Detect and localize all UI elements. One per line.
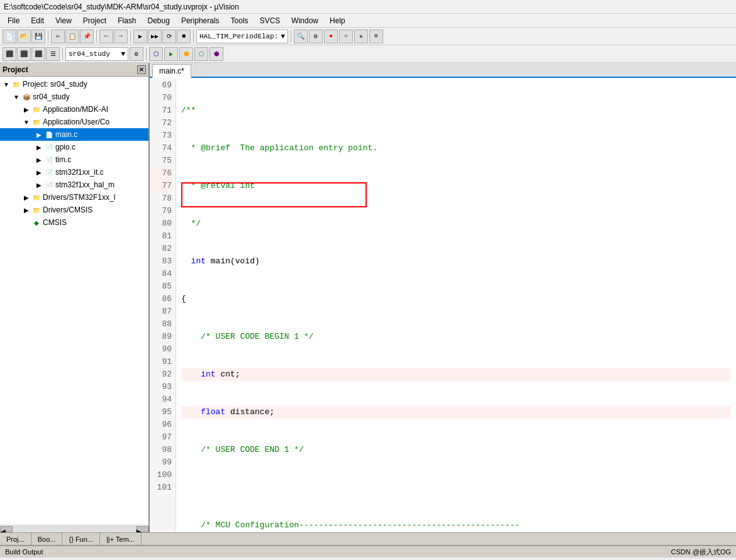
ln-89: 89 [150,331,172,343]
tree-item-sr04[interactable]: ▼ 📦 sr04_study [0,91,148,103]
bottom-tab-boo[interactable]: Boo... [31,533,63,545]
ln-78: 78 [150,192,172,205]
tree-item-label: Application/MDK-AI [43,105,108,114]
tb2-btn1[interactable]: ⬛ [3,47,16,61]
menu-item-edit[interactable]: Edit [26,15,49,26]
menu-item-debug[interactable]: Debug [143,15,175,26]
tree-item-cmsis[interactable]: ◆ CMSIS [0,216,148,229]
ln-94: 94 [150,393,172,406]
toolbar2: ⬛ ⬛ ⬛ ☰ sr04_study ▼ ⚙ ⬡ ▶ ⬟ ⬠ ⬢ [0,45,736,63]
tb2-build2[interactable]: ▶ [164,47,178,61]
bottom-tab-tem[interactable]: ||+ Tem... [100,533,142,545]
ln-97: 97 [150,431,172,444]
tb2-btn2[interactable]: ⬛ [17,47,31,61]
tb2-build3[interactable]: ⬟ [179,47,193,61]
build-btn2[interactable]: ▶▶ [148,30,162,43]
ln-81: 81 [150,230,172,243]
project-panel-header: Project ✕ [0,63,148,77]
search-btn[interactable]: 🔍 [294,30,308,43]
ln-101: 101 [150,481,172,494]
ln-99: 99 [150,456,172,469]
open-btn[interactable]: 📂 [17,30,31,43]
menu-item-project[interactable]: Project [78,15,111,26]
menu-item-file[interactable]: File [3,15,25,26]
scroll-right[interactable]: ▶ [136,526,148,532]
save-btn[interactable]: 💾 [31,30,45,43]
new-file-btn[interactable]: 📄 [3,30,16,43]
breakpoint-btn[interactable]: ● [324,30,338,43]
status-bar: Build Output CSDN @嵌入式OG [0,545,736,557]
tab-bar: main.c* [150,63,736,78]
function-dropdown-value: HAL_TIM_PeriodElap: [199,33,278,40]
menu-item-flash[interactable]: Flash [113,15,141,26]
ln-86: 86 [150,293,172,305]
tb2-btn3[interactable]: ⬛ [31,47,45,61]
expand-icon: ▶ [34,144,44,151]
tree-item-root[interactable]: ▼ 📁 Project: sr04_study [0,78,148,91]
bottom-tab-proj[interactable]: Proj... [0,533,31,545]
tb2-build1[interactable]: ⬡ [149,47,163,61]
menu-item-window[interactable]: Window [286,15,323,26]
tree-item-gpioc[interactable]: ▶ 📄 gpio.c [0,141,148,153]
debug-btn[interactable]: ⚙ [309,30,323,43]
tb2-build5[interactable]: ⬢ [209,47,223,61]
tb2-build4[interactable]: ⬠ [194,47,208,61]
tree-item-it[interactable]: ▶ 📄 stm32f1xx_it.c [0,166,148,178]
more-btn[interactable]: ≡ [369,30,383,43]
paste-btn[interactable]: 📌 [80,30,94,43]
tab-mainc[interactable]: main.c* [152,64,191,78]
code-content: 69 70 71 72 73 74 75 76 77 78 79 80 81 8… [150,78,736,532]
menu-item-help[interactable]: Help [325,15,350,26]
build-btn4[interactable]: ■ [177,30,191,43]
ln-93: 93 [150,381,172,393]
menu-item-tools[interactable]: Tools [226,15,254,26]
cut-btn[interactable]: ✂ [51,30,65,43]
tree-item-user[interactable]: ▼ 📁 Application/User/Co [0,116,148,128]
function-dropdown[interactable]: HAL_TIM_PeriodElap: ▼ [196,30,288,43]
project-tree: ▼ 📁 Project: sr04_study ▼ 📦 sr04_study ▶… [0,77,148,525]
status-right: CSDN @嵌入式OG [671,547,731,557]
tree-item-mainc[interactable]: ▶ 📄 main.c [0,128,148,141]
tb2-btn4[interactable]: ☰ [46,47,60,61]
title-text: E:\softcode\Ccode\sr04_study\MDK-ARM\sr0… [4,3,239,11]
toolbar-group2: ⬛ ⬛ ⬛ ☰ [3,47,60,61]
panel-close-btn[interactable]: ✕ [137,65,146,74]
back-btn[interactable]: ← [99,30,113,43]
tree-item-label: CMSIS [43,218,67,227]
folder-icon: 📁 [31,118,42,126]
copy-btn[interactable]: 📋 [65,30,79,43]
toolbar1: 📄 📂 💾 ✂ 📋 📌 ← → ▶ ▶▶ ⟳ ■ HAL_TIM_PeriodE… [0,28,736,45]
tree-item-label: gpio.c [55,143,75,151]
code-text[interactable]: /** * @brief The application entry point… [176,78,736,532]
tb2-settings-btn[interactable]: ⚙ [130,47,143,61]
delete-btn[interactable]: ✕ [354,30,368,43]
stop-btn[interactable]: ○ [339,30,353,43]
ln-72: 72 [150,117,172,129]
ln-96: 96 [150,419,172,431]
ln-75: 75 [150,155,172,167]
build-btn1[interactable]: ▶ [133,30,147,43]
scroll-left[interactable]: ◀ [0,526,13,532]
line-numbers: 69 70 71 72 73 74 75 76 77 78 79 80 81 8… [150,78,176,532]
code-line-79 [181,481,731,494]
file-icon: 📄 [44,155,54,164]
tree-item-timc[interactable]: ▶ 📄 tim.c [0,153,148,166]
menu-item-view[interactable]: View [50,15,77,26]
tree-item-label: main.c [55,130,77,139]
tree-item-cmsis-d[interactable]: ▶ 📁 Drivers/CMSIS [0,204,148,216]
tree-item-drivers[interactable]: ▶ 📁 Drivers/STM32F1xx_l [0,191,148,204]
build-btn3[interactable]: ⟳ [162,30,176,43]
bottom-tab-fun[interactable]: {} Fun... [62,533,100,545]
project-dropdown[interactable]: sr04_study ▼ [65,47,128,61]
menu-bar: FileEditViewProjectFlashDebugPeripherals… [0,14,736,28]
toolbar-group-file: 📄 📂 💾 [3,30,45,43]
code-editor[interactable]: 69 70 71 72 73 74 75 76 77 78 79 80 81 8… [150,78,736,532]
project-header-buttons: ✕ [137,65,146,74]
tree-item-mdk[interactable]: ▶ 📁 Application/MDK-AI [0,103,148,116]
menu-item-peripherals[interactable]: Peripherals [176,15,225,26]
tree-item-label: Drivers/CMSIS [43,206,92,214]
tree-item-hal[interactable]: ▶ 📄 stm32f1xx_hal_m [0,178,148,191]
project-hscroll[interactable]: ◀ ▶ [0,525,148,532]
menu-item-svcs[interactable]: SVCS [255,15,286,26]
fwd-btn[interactable]: → [114,30,128,43]
